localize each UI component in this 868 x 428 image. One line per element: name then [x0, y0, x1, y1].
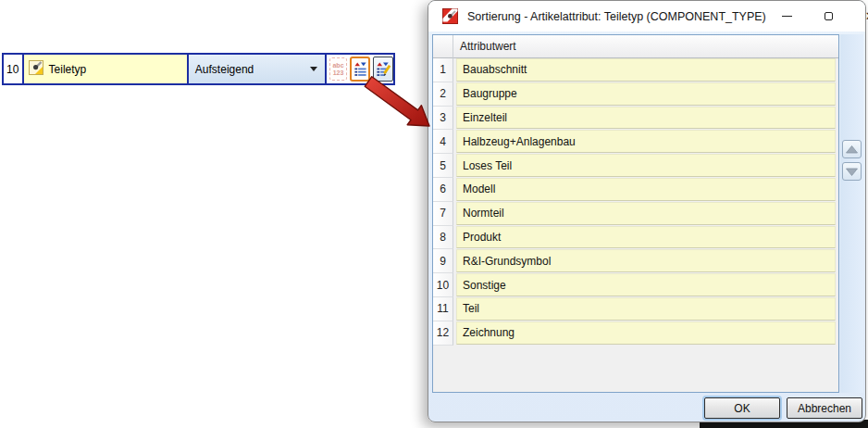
alphanumeric-sort-icon[interactable]: abc 123	[329, 57, 347, 81]
table-row[interactable]: 9 R&I-Grundsymbol	[433, 249, 838, 273]
dialog-title: Sortierung - Artikelattribut: Teiletyp (…	[467, 10, 766, 23]
sort-dialog: Sortierung - Artikelattribut: Teiletyp (…	[428, 0, 866, 422]
table-row[interactable]: 3 Einzelteil	[433, 107, 838, 131]
minimize-icon	[782, 16, 792, 17]
attribute-table: Attributwert 1 Bauabschnitt 2 Baugruppe …	[432, 34, 839, 393]
close-button[interactable]: ✕	[849, 1, 868, 31]
row-number-cell: 7	[433, 202, 453, 226]
sort-attribute-label: Teiletyp	[49, 63, 87, 76]
row-value-cell[interactable]: Teil	[456, 297, 836, 321]
table-row[interactable]: 11 Teil	[433, 297, 838, 321]
reorder-panel	[840, 34, 863, 393]
table-row[interactable]: 10 Sonstige	[433, 273, 838, 297]
table-header-row: Attributwert	[433, 35, 838, 58]
cancel-button[interactable]: Abbrechen	[787, 397, 862, 419]
arrow-down-icon	[846, 168, 858, 176]
row-value-cell[interactable]: Produkt	[456, 226, 836, 249]
window-controls: ✕	[766, 1, 868, 31]
row-value-cell[interactable]: Normteil	[456, 202, 836, 225]
table-row[interactable]: 4 Halbzeug+Anlagenbau	[433, 130, 838, 154]
table-row[interactable]: 2 Baugruppe	[433, 82, 838, 107]
table-row[interactable]: 1 Bauabschnitt	[433, 58, 838, 82]
attribute-table-body: 1 Bauabschnitt 2 Baugruppe 3 Einzelteil …	[433, 58, 838, 346]
maximize-button[interactable]	[808, 1, 849, 31]
row-value-cell[interactable]: Baugruppe	[456, 82, 836, 106]
custom-sort-icon	[353, 61, 367, 77]
table-row[interactable]: 5 Loses Teil	[433, 154, 838, 178]
screenshot-stage: 10 Teiletyp Aufsteigend abc 123	[0, 0, 868, 428]
row-value-cell[interactable]: Halbzeug+Anlagenbau	[456, 130, 836, 153]
row-value-cell[interactable]: Loses Teil	[456, 154, 836, 177]
edit-sort-icon	[376, 61, 391, 78]
sort-direction-dropdown[interactable]: Aufsteigend	[189, 55, 327, 83]
row-value-cell[interactable]: Bauabschnitt	[456, 58, 836, 82]
sort-row-index: 10	[4, 55, 24, 83]
row-number-cell: 4	[433, 130, 453, 154]
row-number-cell: 6	[433, 178, 453, 202]
sort-attribute-cell[interactable]: Teiletyp	[24, 55, 189, 83]
row-number-cell: 10	[433, 273, 453, 297]
attribute-note-icon	[29, 60, 43, 78]
row-value-cell[interactable]: R&I-Grundsymbol	[456, 249, 836, 272]
callout-arrow	[363, 76, 439, 133]
arrow-up-icon	[846, 145, 858, 154]
table-row[interactable]: 7 Normteil	[433, 202, 838, 226]
row-number-cell: 9	[433, 249, 453, 273]
maximize-icon	[825, 12, 833, 20]
row-number-cell: 12	[433, 321, 453, 346]
row-value-cell[interactable]: Zeichnung	[456, 321, 836, 345]
row-number-cell: 8	[433, 226, 453, 250]
dialog-titlebar[interactable]: Sortierung - Artikelattribut: Teiletyp (…	[428, 1, 865, 31]
minimize-button[interactable]	[766, 1, 808, 31]
sort-criteria-row: 10 Teiletyp Aufsteigend abc 123	[2, 53, 395, 85]
table-corner-cell	[433, 35, 453, 58]
chevron-down-icon	[310, 67, 317, 71]
sort-direction-value: Aufsteigend	[195, 63, 254, 76]
table-row[interactable]: 12 Zeichnung	[433, 321, 838, 346]
app-logo-icon	[442, 8, 458, 24]
table-row[interactable]: 6 Modell	[433, 178, 838, 202]
row-value-cell[interactable]: Modell	[456, 178, 836, 201]
numbers-icon-text: 123	[333, 69, 344, 77]
abc-icon-text: abc	[332, 62, 343, 69]
move-down-button[interactable]	[842, 162, 862, 181]
row-value-cell[interactable]: Einzelteil	[456, 107, 836, 130]
table-header-attributwert: Attributwert	[453, 35, 838, 58]
row-value-cell[interactable]: Sonstige	[456, 273, 836, 296]
table-row[interactable]: 8 Produkt	[433, 226, 838, 250]
move-up-button[interactable]	[842, 140, 862, 158]
row-number-cell: 5	[433, 154, 453, 178]
ok-button[interactable]: OK	[704, 397, 780, 419]
row-number-cell: 11	[433, 297, 453, 321]
